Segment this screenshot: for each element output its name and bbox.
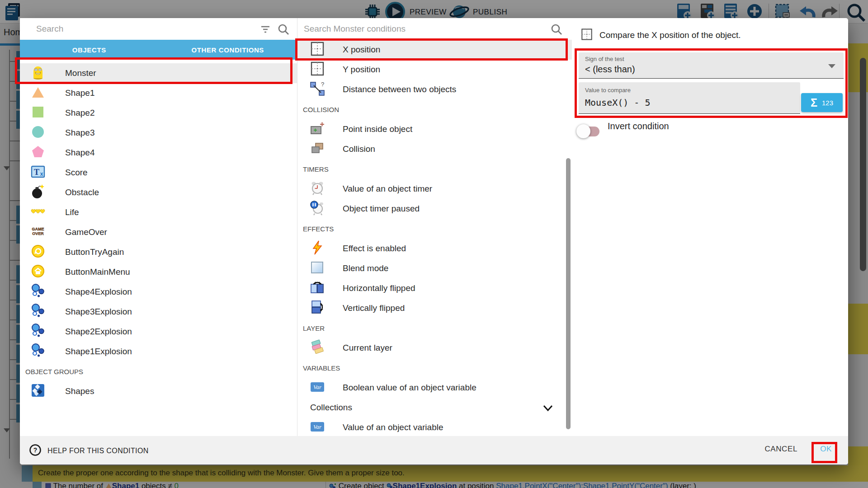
- condition-item-label: Object timer paused: [343, 204, 420, 214]
- hearts-icon: [25, 204, 51, 221]
- object-item-shape2explosion[interactable]: Shape2Explosion: [20, 322, 297, 342]
- condition-item-distance-between-two-objects[interactable]: ?Distance between two objects: [297, 80, 572, 99]
- digits-label: 123: [822, 99, 833, 107]
- position-icon: [580, 28, 593, 42]
- svg-text:Var: Var: [313, 423, 322, 430]
- condition-item-label: Distance between two objects: [343, 84, 456, 94]
- object-item-shape1[interactable]: Shape1: [20, 83, 297, 103]
- condition-item-value-of-an-object-timer[interactable]: Value of an object timer: [297, 179, 572, 199]
- collision-icon: [305, 141, 330, 158]
- expression-editor-button[interactable]: Σ 123: [801, 93, 843, 112]
- point-inside-icon: [305, 121, 330, 138]
- filter-icon[interactable]: [259, 23, 271, 37]
- particle-emitter-icon: [30, 283, 46, 300]
- object-item-gameover[interactable]: GAMEOVERGameOver: [20, 222, 297, 242]
- text-object-icon: Tx: [25, 164, 51, 181]
- condition-item-x-position[interactable]: X position: [297, 40, 572, 60]
- condition-item-vertically-flipped[interactable]: Vertically flipped: [297, 298, 572, 318]
- object-group-icon: [30, 383, 46, 400]
- field-label: Value to compare: [585, 87, 631, 94]
- timer-paused-icon: [305, 200, 330, 217]
- tab-other-conditions[interactable]: OTHER CONDITIONS: [159, 40, 297, 60]
- condition-list-scrollbar[interactable]: [566, 158, 571, 429]
- condition-item-label: Y position: [343, 65, 380, 75]
- help-link[interactable]: ? HELP FOR THIS CONDITION: [29, 444, 149, 458]
- object-item-shape1explosion[interactable]: Shape1Explosion: [20, 342, 297, 361]
- restart-button-icon: [30, 244, 46, 261]
- svg-text:?: ?: [33, 446, 38, 454]
- search-icon[interactable]: [277, 23, 290, 38]
- value-to-compare-field[interactable]: Value to compare MouseX() - 5: [579, 82, 800, 114]
- object-item-label: GameOver: [65, 227, 107, 237]
- condition-item-y-position[interactable]: Y position: [297, 60, 572, 80]
- object-item-label: Monster: [65, 68, 96, 78]
- search-icon[interactable]: [550, 23, 563, 38]
- condition-item-current-layer[interactable]: Current layer: [297, 338, 572, 358]
- pentagon-icon: [30, 144, 46, 161]
- condition-item-boolean-value-of-an-object-variable[interactable]: VarBoolean value of an object variable: [297, 378, 572, 398]
- gameover-icon: GAMEOVER: [25, 224, 51, 241]
- monster-icon: [25, 65, 51, 82]
- condition-item-collision[interactable]: Collision: [297, 139, 572, 159]
- object-item-buttontryagain[interactable]: ButtonTryAgain: [20, 242, 297, 262]
- blend-mode-icon: [305, 260, 330, 277]
- condition-item-object-timer-paused[interactable]: Object timer paused: [297, 199, 572, 219]
- object-item-life[interactable]: Life: [20, 202, 297, 222]
- object-search-input[interactable]: [20, 18, 297, 40]
- svg-text:T: T: [34, 168, 39, 177]
- lightning-icon: [305, 240, 330, 257]
- variable-icon: Var: [305, 379, 330, 396]
- sign-of-test-dropdown[interactable]: Sign of the test < (less than): [579, 52, 844, 79]
- object-item-shape4[interactable]: Shape4: [20, 143, 297, 163]
- sigma-icon: Σ: [811, 96, 817, 109]
- blend-mode-icon: [310, 260, 325, 277]
- object-item-shape3explosion[interactable]: Shape3Explosion: [20, 302, 297, 322]
- object-item-shape2[interactable]: Shape2: [20, 103, 297, 123]
- sign-of-test-value: < (less than): [585, 64, 635, 75]
- triangle-icon: [30, 84, 46, 102]
- condition-search-input[interactable]: [297, 18, 572, 40]
- restart-button-icon: [25, 244, 51, 261]
- dialog-footer: ? HELP FOR THIS CONDITION CANCEL OK: [20, 436, 848, 465]
- object-item-shape3[interactable]: Shape3: [20, 123, 297, 143]
- object-item-label: Shape3Explosion: [65, 307, 132, 317]
- square-icon: [25, 104, 51, 122]
- help-icon: ?: [29, 444, 42, 458]
- condition-item-blend-mode[interactable]: Blend mode: [297, 258, 572, 278]
- position-icon: [305, 61, 330, 78]
- object-item-label: Shape1Explosion: [65, 347, 132, 357]
- circle-icon: [30, 124, 46, 141]
- chevron-down-icon[interactable]: [542, 402, 554, 416]
- condition-list: X positionY position?Distance between tw…: [297, 40, 572, 436]
- object-item-obstacle[interactable]: Obstacle: [20, 183, 297, 202]
- cancel-button[interactable]: CANCEL: [764, 445, 797, 454]
- group-item-shapes[interactable]: Shapes: [20, 381, 297, 401]
- condition-editor-dialog: OBJECTSOTHER CONDITIONS MonsterShape1Sha…: [20, 18, 848, 465]
- object-item-shape4explosion[interactable]: Shape4Explosion: [20, 282, 297, 302]
- object-item-label: Obstacle: [65, 188, 99, 197]
- particle-emitter-icon: [25, 303, 51, 320]
- condition-item-collections[interactable]: Collections: [297, 398, 572, 418]
- flip-horizontal-icon: [310, 280, 325, 297]
- monster-icon: [30, 65, 46, 82]
- svg-text:OVER: OVER: [32, 231, 44, 236]
- object-item-monster[interactable]: Monster: [20, 63, 297, 83]
- object-item-score[interactable]: TxScore: [20, 163, 297, 183]
- variable-icon: Var: [310, 419, 325, 436]
- condition-item-value-of-an-object-variable[interactable]: VarValue of an object variable: [297, 418, 572, 436]
- condition-item-label: X position: [343, 45, 380, 55]
- object-list: MonsterShape1Shape2Shape3Shape4TxScoreOb…: [20, 60, 297, 401]
- section-header-variables: VARIABLES: [297, 358, 572, 378]
- condition-item-point-inside-object[interactable]: Point inside object: [297, 119, 572, 139]
- tab-objects[interactable]: OBJECTS: [20, 40, 159, 60]
- screen: PREVIEW PUBLISH Home Create the proper o…: [0, 0, 868, 488]
- ok-button[interactable]: OK: [820, 445, 832, 454]
- condition-search-row: [297, 18, 572, 40]
- condition-item-horizontally-flipped[interactable]: Horizontally flipped: [297, 278, 572, 298]
- condition-item-effect-is-enabled[interactable]: Effect is enabled: [297, 239, 572, 258]
- condition-item-label: Boolean value of an object variable: [343, 383, 476, 393]
- condition-item-label: Collections: [310, 403, 352, 413]
- home-button-icon: [25, 263, 51, 281]
- object-item-buttonmainmenu[interactable]: ButtonMainMenu: [20, 262, 297, 282]
- invert-condition-toggle[interactable]: [579, 127, 599, 136]
